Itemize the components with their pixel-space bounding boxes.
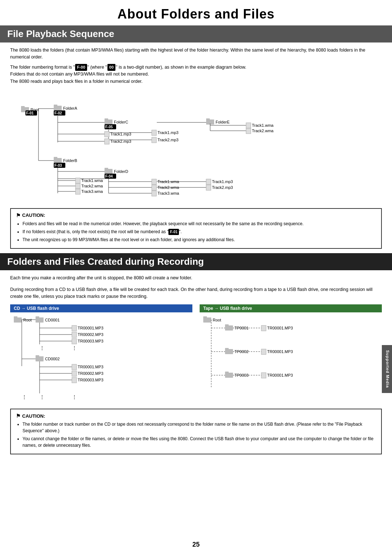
svg-text:TR00001.MP3: TR00001.MP3	[78, 326, 103, 330]
svg-rect-8	[54, 105, 57, 106]
svg-text:Track2.wma: Track2.wma	[252, 129, 274, 133]
section2-header: Folders and Files Created during Recordi…	[0, 253, 392, 270]
svg-text:⋮: ⋮	[72, 345, 77, 351]
svg-rect-68	[206, 179, 211, 185]
svg-rect-136	[261, 349, 266, 355]
svg-text:F-01: F-01	[26, 111, 34, 115]
svg-text:Root: Root	[213, 318, 221, 322]
svg-text:FolderE: FolderE	[216, 120, 230, 124]
svg-text:Track1.wma: Track1.wma	[81, 178, 103, 183]
page-number: 25	[192, 541, 200, 548]
svg-rect-125	[225, 325, 233, 331]
svg-text:TR00003.MP3: TR00003.MP3	[78, 378, 103, 382]
svg-rect-52	[105, 169, 113, 174]
svg-rect-104	[36, 356, 44, 361]
svg-text:F-03: F-03	[54, 163, 62, 167]
svg-text:Track2.wma: Track2.wma	[81, 184, 103, 188]
svg-text:Track3.wma: Track3.wma	[81, 189, 103, 194]
svg-text:TR00001.MP3: TR00001.MP3	[267, 373, 293, 377]
caution-box-2: CAUTION: The folder number or track numb…	[10, 409, 382, 454]
svg-text:TR00001.MP3: TR00001.MP3	[267, 326, 293, 330]
cd-diagram-label: CD → USB flash drive	[10, 304, 192, 312]
svg-text:TR00001.MP3: TR00001.MP3	[267, 349, 293, 354]
svg-rect-115	[72, 377, 77, 383]
svg-text:FolderD: FolderD	[114, 169, 128, 174]
format-badge: F-00	[75, 64, 87, 71]
svg-text:Track2.mp3: Track2.mp3	[212, 185, 233, 190]
caution-item-2-1: The folder number or track number on the…	[23, 421, 376, 434]
svg-rect-140	[225, 372, 229, 373]
tape-diagram-box: Tape → USB flash drive Root TP0001	[200, 304, 382, 404]
svg-text:Track1.mp3: Track1.mp3	[110, 132, 131, 136]
cd-diagram-box: CD → USB flash drive Root	[10, 304, 192, 404]
svg-text:Track1.mp3: Track1.mp3	[158, 130, 179, 135]
svg-text:FolderB: FolderB	[63, 158, 77, 163]
svg-rect-65	[152, 191, 156, 196]
svg-rect-62	[152, 185, 156, 190]
intro-text-1: The 8080 loads the folders (that contain…	[10, 47, 382, 61]
svg-rect-78	[75, 183, 80, 189]
svg-rect-81	[75, 189, 80, 194]
caution-item-1-1: Folders and files will be read in the nu…	[23, 220, 376, 227]
svg-text:⋮: ⋮	[72, 394, 77, 400]
caution-item-1-3: The unit recognizes up to 99 MP3/WMA fil…	[23, 236, 376, 243]
svg-rect-133	[225, 348, 229, 350]
recording-diagrams: CD → USB flash drive Root	[10, 304, 382, 404]
svg-rect-99	[72, 339, 77, 344]
svg-text:TR00001.MP3: TR00001.MP3	[78, 365, 103, 369]
side-tab: Supported Media	[382, 345, 392, 393]
svg-rect-46	[54, 157, 57, 159]
tape-diagram-label: Tape → USB flash drive	[200, 304, 382, 312]
caution-box-1: CAUTION: Folders and files will be read …	[10, 208, 382, 249]
digits-badge: 00	[107, 64, 115, 71]
svg-text:⋮: ⋮	[22, 394, 27, 400]
svg-rect-14	[105, 119, 113, 125]
svg-rect-83	[14, 317, 22, 323]
caution-item-2-2: You cannot change the folder or file nam…	[23, 436, 376, 449]
svg-rect-121	[203, 316, 207, 318]
svg-rect-53	[105, 168, 108, 170]
svg-rect-21	[152, 130, 156, 135]
svg-rect-93	[72, 325, 77, 331]
svg-text:FolderA: FolderA	[63, 106, 77, 110]
caution-list-2: The folder number or track number on the…	[16, 421, 376, 449]
svg-rect-1	[21, 106, 25, 108]
svg-rect-28	[206, 118, 210, 120]
svg-rect-15	[105, 118, 108, 120]
svg-text:TR00002.MP3: TR00002.MP3	[78, 371, 103, 376]
recording-intro-1: Each time you make a recording after the…	[10, 275, 382, 281]
svg-rect-96	[72, 332, 77, 337]
svg-rect-120	[203, 317, 211, 323]
svg-rect-84	[14, 316, 17, 318]
svg-text:F-04: F-04	[105, 174, 113, 178]
svg-text:Track1.mp3: Track1.mp3	[212, 179, 233, 184]
section1-content: The 8080 loads the folders (that contain…	[0, 47, 392, 249]
svg-text:Track2.mp3: Track2.mp3	[110, 139, 131, 143]
section1-header: File Playback Sequence	[0, 25, 392, 42]
svg-text:F-05: F-05	[105, 125, 113, 129]
f01-badge: F-01	[168, 229, 179, 235]
caution-title-2: CAUTION:	[16, 413, 376, 419]
svg-rect-126	[225, 324, 229, 326]
svg-rect-75	[75, 178, 80, 183]
caution-title-1: CAUTION:	[16, 212, 376, 218]
svg-text:TR00003.MP3: TR00003.MP3	[78, 339, 103, 343]
svg-rect-132	[225, 349, 233, 354]
svg-rect-89	[36, 316, 39, 318]
svg-rect-71	[206, 185, 211, 190]
recording-intro-2: During recording from a CD to a USB flas…	[10, 286, 382, 300]
svg-rect-109	[72, 364, 77, 370]
svg-text:⋮: ⋮	[40, 345, 45, 351]
svg-text:Root: Root	[23, 318, 32, 322]
svg-text:⋮: ⋮	[40, 394, 45, 400]
page-container: About Folders and Files File Playback Se…	[0, 0, 392, 454]
svg-rect-32	[246, 123, 251, 128]
svg-rect-139	[225, 373, 233, 378]
svg-rect-7	[54, 106, 62, 111]
svg-rect-88	[36, 317, 44, 323]
svg-text:Track3.wma: Track3.wma	[158, 191, 179, 195]
svg-text:CD0001: CD0001	[45, 318, 60, 322]
svg-text:Track1.wma: Track1.wma	[252, 123, 274, 127]
svg-rect-35	[246, 128, 251, 134]
svg-text:CD0002: CD0002	[45, 357, 60, 361]
